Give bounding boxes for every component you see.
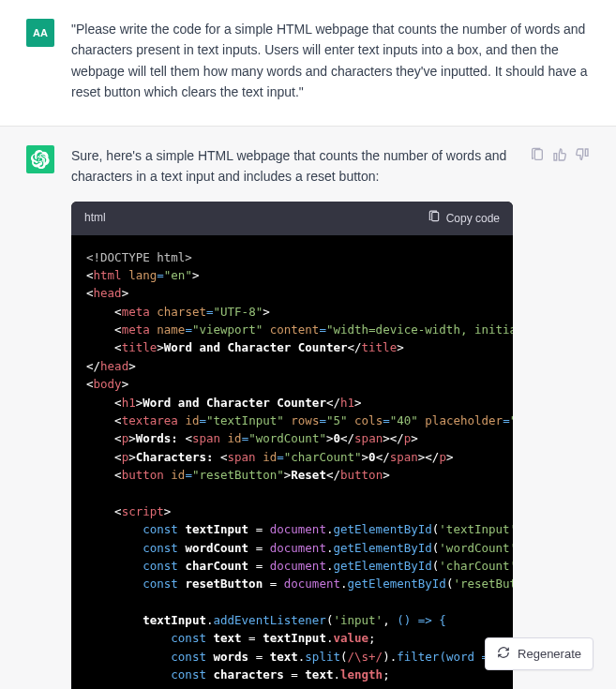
user-prompt-text: "Please write the code for a simple HTML… (71, 19, 590, 103)
copy-code-label: Copy code (446, 212, 500, 225)
clipboard-icon[interactable] (530, 147, 545, 689)
assistant-message: Sure, here's a simple HTML webpage that … (0, 126, 616, 689)
thumbs-up-icon[interactable] (552, 147, 567, 689)
user-avatar: AA (26, 19, 54, 47)
code-header: html Copy code (71, 202, 513, 234)
assistant-intro-text: Sure, here's a simple HTML webpage that … (71, 145, 513, 187)
user-message: AA "Please write the code for a simple H… (0, 0, 616, 126)
assistant-avatar (26, 145, 54, 173)
svg-rect-1 (534, 149, 542, 159)
regenerate-button[interactable]: Regenerate (485, 637, 593, 670)
refresh-icon (497, 646, 510, 662)
code-block: html Copy code <!DOCTYPE html> <html lan… (71, 202, 513, 689)
copy-code-button[interactable]: Copy code (428, 210, 500, 226)
thumbs-down-icon[interactable] (575, 147, 590, 689)
code-body: <!DOCTYPE html> <html lang="en"> <head> … (71, 235, 513, 689)
code-language-label: html (84, 209, 106, 227)
svg-rect-0 (431, 213, 438, 221)
assistant-content: Sure, here's a simple HTML webpage that … (71, 145, 513, 689)
regenerate-label: Regenerate (518, 647, 581, 661)
clipboard-icon (428, 210, 441, 226)
message-actions (530, 145, 590, 689)
